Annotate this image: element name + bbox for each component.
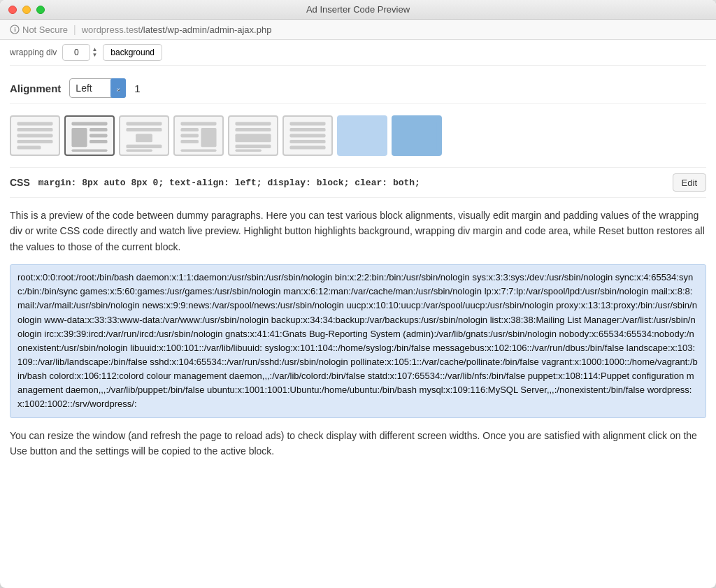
svg-rect-31 xyxy=(289,134,325,137)
svg-rect-30 xyxy=(289,128,325,131)
addressbar: ℹ Not Secure | wordpress.test/latest/wp-… xyxy=(0,20,716,40)
svg-rect-6 xyxy=(17,145,41,149)
layout-icon-8[interactable] xyxy=(392,115,442,156)
titlebar: Ad Inserter Code Preview xyxy=(0,0,716,20)
svg-rect-18 xyxy=(180,122,216,125)
layout-icon-3[interactable] xyxy=(119,115,169,156)
alignment-select-wrapper: Left Center Right None xyxy=(69,78,126,98)
wrapping-div-select-wrapper: ▲ ▼ xyxy=(62,44,97,61)
svg-rect-21 xyxy=(180,134,199,137)
svg-rect-28 xyxy=(235,150,261,152)
layout-icon-2-svg xyxy=(69,120,110,152)
svg-rect-11 xyxy=(90,140,108,143)
layout-icon-1[interactable] xyxy=(10,115,60,156)
not-secure-indicator: ℹ Not Secure xyxy=(10,24,68,35)
svg-rect-5 xyxy=(17,140,52,143)
svg-rect-16 xyxy=(126,145,162,148)
svg-rect-2 xyxy=(17,122,52,125)
layout-icon-4[interactable] xyxy=(173,115,224,156)
toolbar-row: wrapping div ▲ ▼ background xyxy=(10,40,706,66)
svg-rect-26 xyxy=(235,134,271,142)
lock-icon: ℹ xyxy=(10,24,20,34)
css-label: CSS xyxy=(10,177,30,188)
address-separator: | xyxy=(73,24,76,35)
layout-icon-1-svg xyxy=(14,120,56,152)
svg-rect-33 xyxy=(289,145,325,149)
layout-icon-7[interactable] xyxy=(337,115,387,156)
arrow-down-icon[interactable]: ▼ xyxy=(92,52,97,58)
alignment-number: 1 xyxy=(134,83,140,94)
svg-rect-24 xyxy=(235,122,271,125)
window-title: Ad Inserter Code Preview xyxy=(306,4,410,15)
svg-rect-7 xyxy=(71,122,107,125)
css-value: margin: 8px auto 8px 0; text-align: left… xyxy=(38,178,664,188)
svg-rect-32 xyxy=(289,140,325,143)
layout-icon-6[interactable] xyxy=(282,115,333,156)
svg-rect-29 xyxy=(289,122,325,125)
svg-rect-9 xyxy=(90,128,108,131)
svg-text:ℹ: ℹ xyxy=(14,27,16,33)
alignment-row: Alignment Left Center Right None 1 xyxy=(10,73,706,104)
svg-rect-19 xyxy=(201,128,216,147)
layout-icon-8-svg xyxy=(396,120,438,152)
svg-rect-34 xyxy=(342,120,382,152)
minimize-button[interactable] xyxy=(22,6,31,14)
css-row: CSS margin: 8px auto 8px 0; text-align: … xyxy=(10,167,706,198)
svg-rect-22 xyxy=(180,140,199,143)
url-path: /latest/wp-admin/admin-ajax.php xyxy=(141,24,271,35)
svg-rect-3 xyxy=(17,128,52,131)
background-button[interactable]: background xyxy=(103,44,162,61)
layout-icon-3-svg xyxy=(123,120,165,152)
svg-rect-4 xyxy=(17,134,52,137)
layout-icon-5[interactable] xyxy=(228,115,278,156)
svg-rect-20 xyxy=(180,128,199,131)
svg-rect-8 xyxy=(71,128,87,147)
layout-icon-4-svg xyxy=(178,120,220,152)
alignment-label: Alignment xyxy=(10,83,61,94)
not-secure-label: Not Secure xyxy=(22,24,68,35)
svg-rect-12 xyxy=(71,150,107,152)
layout-icons-row xyxy=(10,111,706,160)
edit-button[interactable]: Edit xyxy=(673,173,706,192)
svg-rect-35 xyxy=(396,120,437,152)
layout-icon-6-svg xyxy=(287,120,329,152)
layout-icon-2[interactable] xyxy=(64,115,115,156)
svg-rect-27 xyxy=(235,145,271,148)
svg-rect-10 xyxy=(90,134,108,137)
url-host: wordpress.test xyxy=(82,24,141,35)
layout-icon-5-svg xyxy=(232,120,274,152)
description-text: This is a preview of the code between du… xyxy=(10,208,706,254)
titlebar-buttons xyxy=(8,6,45,14)
main-content: wrapping div ▲ ▼ background Alignment Le… xyxy=(0,40,716,588)
svg-rect-25 xyxy=(235,128,271,131)
svg-rect-23 xyxy=(180,150,216,152)
alignment-select[interactable]: Left Center Right None xyxy=(69,78,126,98)
wrapping-div-arrows: ▲ ▼ xyxy=(92,47,97,58)
svg-rect-15 xyxy=(136,134,152,142)
address-url[interactable]: wordpress.test/latest/wp-admin/admin-aja… xyxy=(82,24,272,35)
layout-icon-7-svg xyxy=(341,120,383,152)
wrapping-div-input[interactable] xyxy=(62,44,90,61)
svg-rect-13 xyxy=(126,122,162,125)
bottom-text: You can resize the window (and refresh t… xyxy=(10,428,706,459)
close-button[interactable] xyxy=(8,6,17,14)
svg-rect-17 xyxy=(126,150,152,152)
code-block: root:x:0:0:root:/root:/bin/bash daemon:x… xyxy=(10,264,706,417)
maximize-button[interactable] xyxy=(36,6,45,14)
wrapping-div-label: wrapping div xyxy=(10,48,57,57)
svg-rect-14 xyxy=(126,128,162,131)
browser-window: Ad Inserter Code Preview ℹ Not Secure | … xyxy=(0,0,716,588)
